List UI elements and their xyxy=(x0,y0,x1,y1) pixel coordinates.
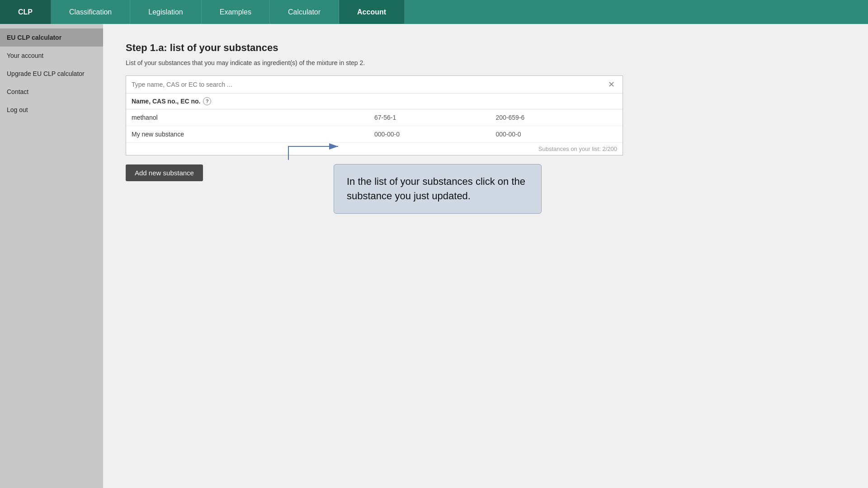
header-name-col: Name, CAS no., EC no. ? xyxy=(132,97,374,105)
callout-tooltip: In the list of your substances click on … xyxy=(334,164,542,214)
header-cas-col xyxy=(374,97,496,105)
substance-ec: 000-00-0 xyxy=(496,131,618,138)
search-row: ✕ xyxy=(126,76,623,94)
nav-item-examples[interactable]: Examples xyxy=(202,0,270,24)
search-input[interactable] xyxy=(132,81,606,88)
nav-item-account[interactable]: Account xyxy=(339,0,405,24)
substance-name: My new substance xyxy=(132,131,374,138)
table-header: Name, CAS no., EC no. ? xyxy=(126,94,623,109)
sidebar-item-logout[interactable]: Log out xyxy=(0,101,103,119)
add-new-substance-button[interactable]: Add new substance xyxy=(126,164,203,181)
page-subtitle: List of your substances that you may ind… xyxy=(126,59,845,66)
table-row[interactable]: My new substance 000-00-0 000-00-0 xyxy=(126,126,623,143)
substance-name: methanol xyxy=(132,114,374,121)
substance-cas: 67-56-1 xyxy=(374,114,496,121)
sidebar-item-eu-clp-calculator[interactable]: EU CLP calculator xyxy=(0,28,103,47)
main-content: Step 1.a: list of your substances List o… xyxy=(103,24,868,488)
sidebar-item-your-account[interactable]: Your account xyxy=(0,47,103,65)
substance-ec: 200-659-6 xyxy=(496,114,618,121)
page-title: Step 1.a: list of your substances xyxy=(126,42,845,54)
substance-cas: 000-00-0 xyxy=(374,131,496,138)
nav-item-classification[interactable]: Classification xyxy=(51,0,130,24)
sidebar: EU CLP calculator Your account Upgrade E… xyxy=(0,24,103,488)
top-navigation: CLP Classification Legislation Examples … xyxy=(0,0,868,24)
substance-table: ✕ Name, CAS no., EC no. ? methanol 67-56… xyxy=(126,75,623,155)
header-ec-col xyxy=(496,97,618,105)
sidebar-item-contact[interactable]: Contact xyxy=(0,83,103,101)
help-icon[interactable]: ? xyxy=(203,97,211,105)
table-row[interactable]: methanol 67-56-1 200-659-6 xyxy=(126,109,623,126)
nav-item-clp[interactable]: CLP xyxy=(0,0,51,24)
nav-item-calculator[interactable]: Calculator xyxy=(270,0,339,24)
substances-count: Substances on your list: 2/200 xyxy=(126,143,623,155)
clear-search-icon[interactable]: ✕ xyxy=(606,80,617,89)
nav-item-legislation[interactable]: Legislation xyxy=(130,0,202,24)
sidebar-item-upgrade[interactable]: Upgrade EU CLP calculator xyxy=(0,65,103,83)
